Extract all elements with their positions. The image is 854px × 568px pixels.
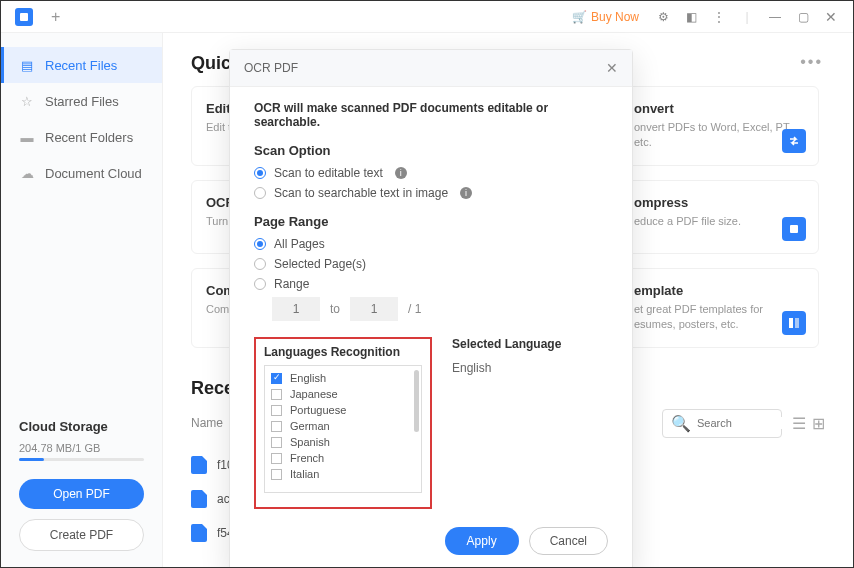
list-view-icon[interactable]: ☰ xyxy=(792,414,806,433)
cart-icon: 🛒 xyxy=(572,10,587,24)
radio-icon xyxy=(254,258,266,270)
page-range-title: Page Range xyxy=(254,214,608,229)
search-input[interactable]: 🔍 xyxy=(662,409,782,438)
storage-title: Cloud Storage xyxy=(19,419,144,434)
titlebar: + 🛒 Buy Now ⚙ ◧ ⋮ | — ▢ ✕ xyxy=(1,1,853,33)
lang-item-italian[interactable]: Italian xyxy=(271,466,415,482)
sidebar-item-document-cloud[interactable]: ☁ Document Cloud xyxy=(1,155,162,191)
selected-language-title: Selected Language xyxy=(452,337,561,351)
checkbox-icon xyxy=(271,469,282,480)
card-template[interactable]: emplate et great PDF templates for esume… xyxy=(619,268,819,348)
radio-icon xyxy=(254,278,266,290)
checkbox-icon xyxy=(271,389,282,400)
cancel-button[interactable]: Cancel xyxy=(529,527,608,555)
radio-icon xyxy=(254,167,266,179)
compress-icon xyxy=(782,217,806,241)
card-desc: onvert PDFs to Word, Excel, PT, etc. xyxy=(634,120,804,151)
storage-bar xyxy=(19,458,144,461)
maximize-button[interactable]: ▢ xyxy=(789,10,817,24)
close-button[interactable]: ✕ xyxy=(817,9,845,25)
checkbox-icon xyxy=(271,437,282,448)
modal-message: OCR will make scanned PDF documents edit… xyxy=(254,101,608,129)
radio-label: Selected Page(s) xyxy=(274,257,366,271)
pdf-icon xyxy=(191,490,207,508)
sidebar-item-label: Document Cloud xyxy=(45,166,142,181)
languages-list[interactable]: English Japanese Portuguese German Spani… xyxy=(264,365,422,493)
card-desc: educe a PDF file size. xyxy=(634,214,804,229)
radio-scan-searchable[interactable]: Scan to searchable text in image i xyxy=(254,186,608,200)
lang-item-japanese[interactable]: Japanese xyxy=(271,386,415,402)
info-icon[interactable]: i xyxy=(460,187,472,199)
template-icon xyxy=(782,311,806,335)
radio-range[interactable]: Range xyxy=(254,277,608,291)
card-compress[interactable]: ompress educe a PDF file size. xyxy=(619,180,819,254)
svg-rect-1 xyxy=(790,225,798,233)
info-icon[interactable]: i xyxy=(395,167,407,179)
checkbox-icon xyxy=(271,373,282,384)
name-column-header: Name xyxy=(191,416,223,430)
svg-rect-2 xyxy=(789,318,793,328)
lang-item-spanish[interactable]: Spanish xyxy=(271,434,415,450)
new-tab-button[interactable]: + xyxy=(51,8,60,26)
sidebar-item-label: Recent Files xyxy=(45,58,117,73)
user-icon[interactable]: ◧ xyxy=(677,10,705,24)
range-total: / 1 xyxy=(408,302,421,316)
settings-icon[interactable]: ⚙ xyxy=(649,10,677,24)
checkbox-icon xyxy=(271,453,282,464)
radio-all-pages[interactable]: All Pages xyxy=(254,237,608,251)
grid-view-icon[interactable]: ⊞ xyxy=(812,414,825,433)
sidebar: ▤ Recent Files ☆ Starred Files ▬ Recent … xyxy=(1,33,163,567)
radio-scan-editable[interactable]: Scan to editable text i xyxy=(254,166,608,180)
languages-recognition-box: Languages Recognition English Japanese P… xyxy=(254,337,432,509)
modal-close-button[interactable]: ✕ xyxy=(606,60,618,76)
range-to-label: to xyxy=(330,302,340,316)
lang-item-portuguese[interactable]: Portuguese xyxy=(271,402,415,418)
app-tab-icon[interactable] xyxy=(15,8,33,26)
buy-now-link[interactable]: 🛒 Buy Now xyxy=(572,10,639,24)
radio-selected-pages[interactable]: Selected Page(s) xyxy=(254,257,608,271)
svg-rect-3 xyxy=(795,318,799,328)
modal-title: OCR PDF xyxy=(244,61,298,75)
star-icon: ☆ xyxy=(19,93,35,109)
sidebar-item-label: Starred Files xyxy=(45,94,119,109)
card-title: emplate xyxy=(634,283,804,298)
card-desc: et great PDF templates for esumes, poste… xyxy=(634,302,804,333)
file-icon: ▤ xyxy=(19,57,35,73)
folder-icon: ▬ xyxy=(19,129,35,145)
range-from-input[interactable] xyxy=(272,297,320,321)
card-title: onvert xyxy=(634,101,804,116)
pdf-icon xyxy=(191,524,207,542)
menu-icon[interactable]: ⋮ xyxy=(705,10,733,24)
radio-label: Range xyxy=(274,277,309,291)
range-to-input[interactable] xyxy=(350,297,398,321)
apply-button[interactable]: Apply xyxy=(445,527,519,555)
radio-label: All Pages xyxy=(274,237,325,251)
pdf-icon xyxy=(191,456,207,474)
sidebar-item-label: Recent Folders xyxy=(45,130,133,145)
lang-item-english[interactable]: English xyxy=(271,370,415,386)
open-pdf-button[interactable]: Open PDF xyxy=(19,479,144,509)
minimize-button[interactable]: — xyxy=(761,10,789,24)
checkbox-icon xyxy=(271,421,282,432)
radio-label: Scan to editable text xyxy=(274,166,383,180)
radio-label: Scan to searchable text in image xyxy=(274,186,448,200)
sidebar-item-recent-folders[interactable]: ▬ Recent Folders xyxy=(1,119,162,155)
checkbox-icon xyxy=(271,405,282,416)
languages-title: Languages Recognition xyxy=(264,345,422,359)
lang-item-german[interactable]: German xyxy=(271,418,415,434)
svg-rect-0 xyxy=(20,13,28,21)
sidebar-item-starred-files[interactable]: ☆ Starred Files xyxy=(1,83,162,119)
selected-language-value: English xyxy=(452,361,561,375)
radio-icon xyxy=(254,187,266,199)
card-convert[interactable]: onvert onvert PDFs to Word, Excel, PT, e… xyxy=(619,86,819,166)
storage-usage: 204.78 MB/1 GB xyxy=(19,442,144,454)
scan-option-title: Scan Option xyxy=(254,143,608,158)
buy-now-label: Buy Now xyxy=(591,10,639,24)
modal-header: OCR PDF ✕ xyxy=(230,50,632,87)
ocr-modal: OCR PDF ✕ OCR will make scanned PDF docu… xyxy=(229,49,633,568)
sidebar-item-recent-files[interactable]: ▤ Recent Files xyxy=(1,47,162,83)
lang-item-french[interactable]: French xyxy=(271,450,415,466)
more-icon[interactable]: ••• xyxy=(800,53,823,71)
create-pdf-button[interactable]: Create PDF xyxy=(19,519,144,551)
convert-icon xyxy=(782,129,806,153)
